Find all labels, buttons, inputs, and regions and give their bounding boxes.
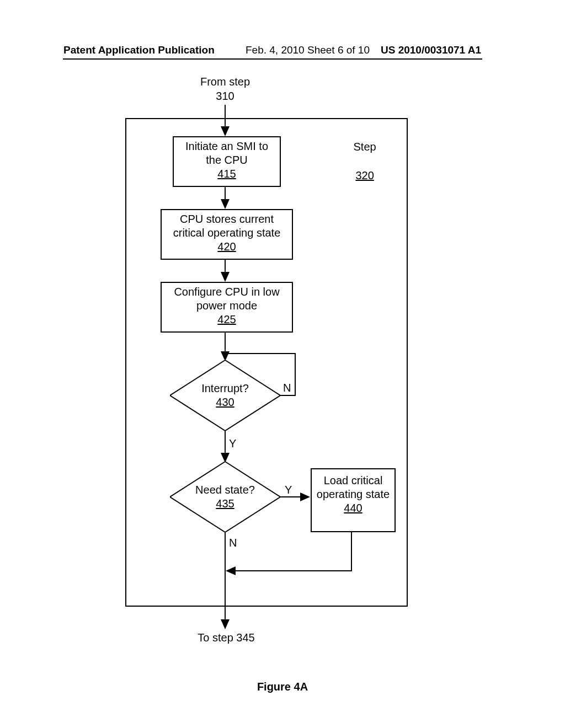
label-to-step: To step 345 [193,630,259,645]
box-425-ref: 425 [217,313,236,325]
diamond-435-ref: 435 [216,497,234,510]
header-patent-number: US 2010/0031071 A1 [381,44,481,56]
box-415-initiate-smi: Initiate an SMI to the CPU 415 [173,136,281,187]
diamond-430-ref: 430 [216,396,234,408]
branch-430-n: N [283,381,291,395]
figure-caption: Figure 4A [0,681,565,693]
branch-435-n: N [229,536,237,550]
box-440-ref: 440 [344,502,362,514]
box-425-text: Configure CPU in low power mode [174,286,279,312]
header-divider [63,58,482,60]
header-publication: Patent Application Publication [63,44,215,56]
flowchart-figure-4a: From step 310 Step 320 Initiate an SMI t… [63,74,483,659]
box-420-ref: 420 [217,240,236,253]
label-step-320: Step 320 [339,125,378,197]
diamond-435-text: Need state? [195,484,255,496]
box-440-text: Load critical operating state [317,474,390,500]
header-date-sheet: Feb. 4, 2010 Sheet 6 of 10 [246,44,370,56]
box-420-store-state: CPU stores current critical operating st… [161,209,293,260]
diamond-430-interrupt: Interrupt? 430 [170,360,280,431]
branch-430-y: Y [229,436,236,451]
box-425-low-power: Configure CPU in low power mode 425 [161,282,293,333]
step-label-ref: 320 [355,169,374,181]
box-440-load-state: Load critical operating state 440 [311,468,396,532]
label-from-step: From step 310 [198,74,253,103]
branch-435-y: Y [285,483,292,497]
box-415-ref: 415 [217,168,236,180]
box-415-text: Initiate an SMI to the CPU [185,140,268,166]
step-label-text: Step [354,141,376,153]
box-420-text: CPU stores current critical operating st… [173,213,281,239]
diamond-435-need-state: Need state? 435 [170,462,280,532]
diamond-430-text: Interrupt? [201,382,249,394]
